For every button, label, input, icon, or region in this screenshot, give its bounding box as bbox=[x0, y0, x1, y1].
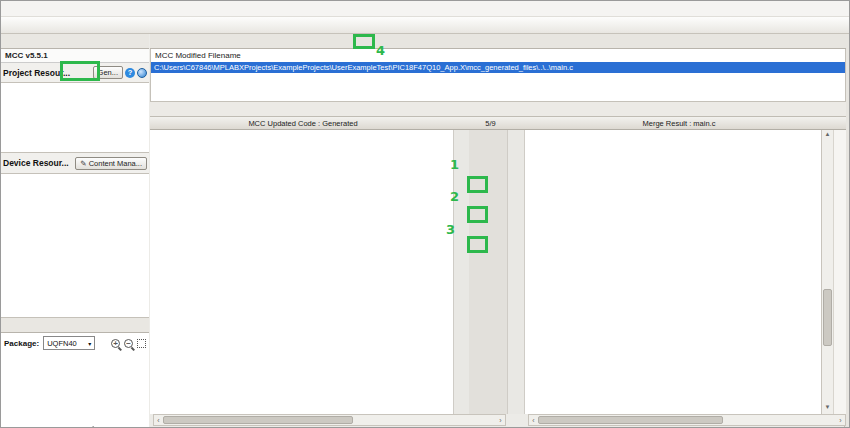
generated-code-pane bbox=[150, 130, 453, 414]
device-resources-tree bbox=[1, 174, 149, 318]
vertical-scroll-thumb[interactable] bbox=[823, 289, 832, 346]
zoom-in-icon[interactable] bbox=[111, 339, 120, 348]
merge-code-area: ▲ ▼ bbox=[150, 130, 846, 414]
left-horizontal-scrollbar[interactable]: ‹ › bbox=[153, 414, 506, 426]
main-toolbar bbox=[1, 17, 849, 34]
navigator-tab-bar bbox=[1, 34, 149, 49]
vertical-scrollbar[interactable]: ▲ ▼ bbox=[821, 130, 833, 414]
filename-column-header: MCC Modified Filename bbox=[151, 49, 845, 62]
zoom-out-icon[interactable] bbox=[124, 339, 133, 348]
project-resources-tree bbox=[1, 83, 149, 153]
scroll-right-icon[interactable]: › bbox=[836, 417, 845, 424]
mcc-version-label: MCC v5.5.1 bbox=[1, 49, 149, 63]
device-resources-title: Device Resour... bbox=[3, 158, 73, 168]
diff-counter: 5/9 bbox=[456, 117, 525, 130]
merge-header: MCC Updated Code : Generated 5/9 Merge R… bbox=[150, 117, 846, 130]
globe-icon[interactable] bbox=[137, 68, 147, 78]
scroll-left-icon[interactable]: ‹ bbox=[154, 417, 163, 424]
merge-result-pane bbox=[525, 130, 821, 414]
package-select[interactable]: UQFN40▾ bbox=[43, 336, 95, 350]
right-line-numbers bbox=[507, 130, 525, 414]
menu-bar bbox=[1, 1, 849, 17]
generate-button[interactable]: Gen... bbox=[93, 66, 123, 79]
selected-file-row[interactable]: C:\Users\C67846\MPLABXProjects\ExamplePr… bbox=[151, 62, 845, 73]
bottom-tab-bar bbox=[1, 318, 149, 333]
pin-package-panel: Package: UQFN40▾ bbox=[1, 333, 149, 428]
annotation-label-3: 3 bbox=[446, 222, 455, 237]
annotation-label-4: 4 bbox=[376, 43, 385, 58]
annotation-label-2: 2 bbox=[450, 189, 459, 204]
diff-bands bbox=[469, 130, 507, 414]
scroll-left-icon[interactable]: ‹ bbox=[529, 417, 538, 424]
scroll-right-icon[interactable]: › bbox=[496, 417, 505, 424]
mcc-file-list: MCC Modified Filename C:\Users\C67846\MP… bbox=[150, 49, 846, 102]
merge-gutter bbox=[469, 130, 507, 414]
package-label: Package: bbox=[4, 339, 39, 348]
left-hscroll-thumb[interactable] bbox=[163, 416, 353, 424]
right-horizontal-scrollbar[interactable]: ‹ › bbox=[528, 414, 846, 426]
microchip-logo bbox=[49, 417, 97, 428]
scroll-down-icon[interactable]: ▼ bbox=[823, 404, 832, 410]
project-resources-header: Project Resour... Gen... bbox=[1, 63, 149, 83]
project-resources-title: Project Resour... bbox=[3, 68, 91, 78]
left-pane-title: MCC Updated Code : Generated bbox=[150, 117, 456, 130]
content-manager-button[interactable]: ✎ Content Mana... bbox=[75, 157, 147, 170]
error-stripe[interactable] bbox=[833, 130, 846, 414]
right-hscroll-thumb[interactable] bbox=[538, 416, 723, 424]
left-line-numbers bbox=[453, 130, 469, 414]
merge-view-tabs bbox=[150, 102, 846, 117]
editor-tab-bar bbox=[150, 34, 846, 49]
scroll-up-icon[interactable]: ▲ bbox=[823, 131, 832, 137]
help-icon[interactable] bbox=[125, 68, 135, 78]
annotation-label-1: 1 bbox=[450, 157, 459, 172]
right-pane-title: Merge Result : main.c bbox=[525, 117, 833, 130]
mplab-x-ide-window: MCC v5.5.1 Project Resour... Gen... Devi… bbox=[0, 0, 850, 428]
device-resources-header: Device Resour... ✎ Content Mana... bbox=[1, 153, 149, 174]
left-panel: MCC v5.5.1 Project Resour... Gen... Devi… bbox=[1, 34, 149, 428]
fit-view-icon[interactable] bbox=[137, 339, 146, 348]
